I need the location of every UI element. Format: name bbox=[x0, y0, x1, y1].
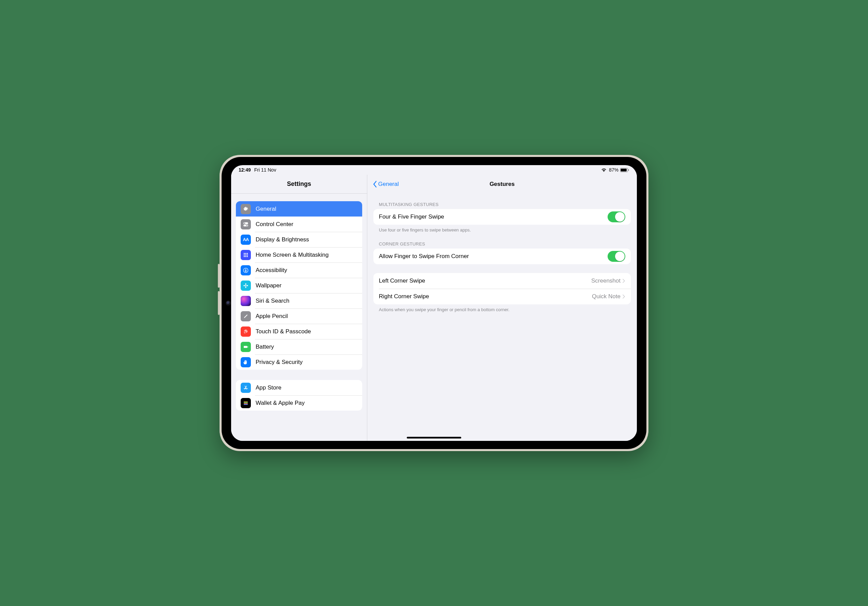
battery-percent: 87% bbox=[609, 167, 618, 173]
svg-rect-11 bbox=[245, 254, 246, 255]
svg-rect-10 bbox=[244, 254, 245, 255]
sidebar-item-label: Battery bbox=[256, 344, 274, 350]
status-date: Fri 11 Nov bbox=[254, 167, 276, 173]
wallet-icon bbox=[241, 398, 251, 408]
svg-rect-8 bbox=[245, 253, 246, 254]
back-button[interactable]: General bbox=[372, 180, 398, 188]
screen: 12:49 Fri 11 Nov 87% bbox=[231, 165, 637, 441]
pencil-icon bbox=[241, 311, 251, 321]
sidebar-group-1: General Control Center AA Display & Brig… bbox=[236, 201, 362, 370]
corner-actions-card: Left Corner Swipe Screenshot Right Corne… bbox=[374, 273, 631, 304]
detail-title: Gestures bbox=[367, 181, 637, 188]
row-left-corner-swipe[interactable]: Left Corner Swipe Screenshot bbox=[374, 273, 631, 289]
battery-icon bbox=[620, 168, 629, 172]
svg-rect-25 bbox=[244, 401, 248, 402]
sidebar-title: Settings bbox=[231, 175, 367, 194]
sidebar-item-label: Privacy & Security bbox=[256, 359, 302, 366]
svg-rect-7 bbox=[244, 253, 245, 254]
section-header-corner: CORNER GESTURES bbox=[374, 241, 631, 248]
sidebar-item-label: Wallpaper bbox=[256, 282, 282, 289]
svg-point-19 bbox=[245, 283, 246, 285]
sidebar-item-pencil[interactable]: Apple Pencil bbox=[236, 308, 362, 324]
text-size-icon: AA bbox=[241, 234, 251, 245]
volume-up-button bbox=[218, 264, 220, 288]
row-label: Four & Five Finger Swipe bbox=[379, 214, 608, 220]
grid-icon bbox=[241, 250, 251, 260]
row-label: Left Corner Swipe bbox=[379, 277, 591, 284]
svg-rect-23 bbox=[244, 346, 248, 348]
detail-pane: General Gestures MULTITASKING GESTURES F… bbox=[367, 175, 637, 441]
svg-point-20 bbox=[245, 286, 246, 288]
bezel: 12:49 Fri 11 Nov 87% bbox=[222, 157, 646, 449]
fingerprint-icon bbox=[241, 327, 251, 337]
home-indicator[interactable] bbox=[407, 437, 461, 439]
sidebar-item-label: Wallet & Apple Pay bbox=[256, 400, 305, 406]
wifi-icon bbox=[601, 168, 607, 172]
row-right-corner-swipe[interactable]: Right Corner Swipe Quick Note bbox=[374, 289, 631, 304]
row-label: Allow Finger to Swipe From Corner bbox=[379, 253, 608, 260]
section-footer-corner: Actions when you swipe your finger or pe… bbox=[374, 304, 631, 312]
sidebar-item-appstore[interactable]: App Store bbox=[236, 380, 362, 395]
sidebar-group-2: App Store Wallet & Apple Pay bbox=[236, 380, 362, 411]
svg-rect-13 bbox=[244, 256, 245, 257]
sidebar-item-label: Control Center bbox=[256, 221, 293, 228]
sidebar-item-siri[interactable]: Siri & Search bbox=[236, 293, 362, 308]
sidebar-item-label: Home Screen & Multitasking bbox=[256, 252, 329, 259]
svg-point-18 bbox=[245, 285, 246, 286]
gear-icon bbox=[241, 204, 251, 214]
volume-down-button bbox=[218, 291, 220, 315]
svg-point-21 bbox=[243, 285, 245, 286]
svg-rect-28 bbox=[244, 404, 248, 405]
back-button-label: General bbox=[378, 181, 398, 188]
svg-rect-24 bbox=[248, 346, 248, 347]
svg-rect-12 bbox=[247, 254, 248, 255]
sidebar-item-general[interactable]: General bbox=[236, 201, 362, 217]
svg-rect-9 bbox=[247, 253, 248, 254]
section-header-multitasking: MULTITASKING GESTURES bbox=[374, 202, 631, 209]
row-value: Screenshot bbox=[591, 277, 620, 284]
sidebar-item-label: Accessibility bbox=[256, 267, 287, 274]
svg-rect-26 bbox=[244, 402, 248, 403]
appstore-icon bbox=[241, 383, 251, 393]
sidebar-item-label: App Store bbox=[256, 384, 282, 391]
row-label: Right Corner Swipe bbox=[379, 293, 592, 300]
status-bar: 12:49 Fri 11 Nov 87% bbox=[231, 165, 637, 175]
detail-navbar: General Gestures bbox=[367, 175, 637, 194]
sidebar-item-label: Apple Pencil bbox=[256, 313, 288, 320]
sidebar-item-privacy[interactable]: Privacy & Security bbox=[236, 354, 362, 370]
row-allow-corner-swipe[interactable]: Allow Finger to Swipe From Corner bbox=[374, 248, 631, 264]
svg-rect-15 bbox=[247, 256, 248, 257]
row-value: Quick Note bbox=[592, 293, 620, 300]
sidebar-item-label: Siri & Search bbox=[256, 298, 289, 304]
svg-point-4 bbox=[244, 222, 245, 223]
svg-point-6 bbox=[246, 225, 248, 226]
svg-rect-14 bbox=[245, 256, 246, 257]
chevron-right-icon bbox=[623, 279, 625, 283]
sidebar-item-accessibility[interactable]: Accessibility bbox=[236, 262, 362, 278]
flower-icon bbox=[241, 281, 251, 291]
sidebar-item-display[interactable]: AA Display & Brightness bbox=[236, 232, 362, 247]
sidebar-item-wallet[interactable]: Wallet & Apple Pay bbox=[236, 395, 362, 411]
toggle-four-five-finger[interactable] bbox=[608, 211, 625, 222]
row-four-five-finger[interactable]: Four & Five Finger Swipe bbox=[374, 209, 631, 225]
chevron-right-icon bbox=[623, 294, 625, 299]
svg-point-17 bbox=[245, 269, 246, 270]
toggle-allow-corner-swipe[interactable] bbox=[608, 251, 625, 262]
sidebar-item-label: Display & Brightness bbox=[256, 236, 309, 243]
svg-rect-2 bbox=[628, 169, 629, 171]
sidebar-item-home-screen[interactable]: Home Screen & Multitasking bbox=[236, 247, 362, 262]
sidebar-item-wallpaper[interactable]: Wallpaper bbox=[236, 278, 362, 293]
toggles-icon bbox=[241, 219, 251, 229]
sidebar-item-label: General bbox=[256, 206, 276, 212]
battery-icon bbox=[241, 342, 251, 352]
svg-point-22 bbox=[246, 285, 248, 286]
sidebar-item-touchid[interactable]: Touch ID & Passcode bbox=[236, 324, 362, 339]
corner-allow-card: Allow Finger to Swipe From Corner bbox=[374, 248, 631, 264]
sidebar-item-battery[interactable]: Battery bbox=[236, 339, 362, 354]
front-camera bbox=[226, 301, 230, 305]
sidebar-item-control-center[interactable]: Control Center bbox=[236, 217, 362, 232]
siri-icon bbox=[241, 296, 251, 306]
sidebar-item-label: Touch ID & Passcode bbox=[256, 328, 311, 335]
svg-rect-27 bbox=[244, 403, 248, 404]
settings-sidebar: Settings General Control Center bbox=[231, 175, 367, 441]
